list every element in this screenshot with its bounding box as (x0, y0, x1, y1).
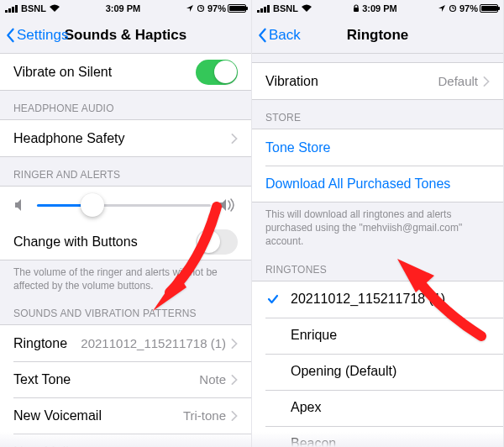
row-vibrate-silent[interactable]: Vibrate on Silent (0, 54, 251, 90)
svg-rect-9 (257, 10, 260, 13)
nav-bar: Settings Sounds & Haptics (0, 17, 251, 54)
chevron-right-icon (483, 76, 490, 87)
location-icon (438, 4, 446, 13)
footer-ringer: The volume of the ringer and alerts will… (0, 260, 251, 296)
checkmark-icon (265, 293, 281, 305)
nav-bar: Back Ringtone (252, 17, 503, 54)
row-text-tone[interactable]: Text ToneNote (0, 361, 251, 397)
ringtone-item[interactable]: Opening (Default) (252, 354, 503, 390)
nav-title: Sounds & Haptics (65, 27, 186, 44)
row-download-all[interactable]: Download All Purchased Tones (252, 166, 503, 202)
chevron-right-icon (231, 411, 238, 421)
svg-rect-0 (5, 10, 8, 13)
footer-store: This will download all ringtones and ale… (252, 202, 503, 252)
svg-rect-2 (12, 7, 14, 13)
row-tone-store[interactable]: Tone Store (252, 129, 503, 166)
svg-marker-4 (186, 5, 193, 12)
status-bar: BSNL 3:09 PM 97% (252, 0, 503, 17)
phone-ringtone: BSNL 3:09 PM 97% Back Ringtone Vibration… (252, 0, 504, 447)
header-ringer-alerts: RINGER AND ALERTS (0, 157, 251, 186)
volume-slider-row (0, 187, 251, 224)
phone-sounds-haptics: BSNL 3:09 PM 97% Settings Sounds & Hapti… (0, 0, 252, 447)
ringtone-item[interactable]: Enrique (252, 318, 503, 354)
status-bar: BSNL 3:09 PM 97% (0, 0, 251, 17)
toggle-vibrate-silent[interactable] (196, 60, 238, 85)
back-button[interactable]: Back (257, 27, 301, 44)
row-new-voicemail[interactable]: New VoicemailTri-tone (0, 397, 251, 434)
content: Vibration Default STORE Tone Store Downl… (252, 54, 503, 447)
header-ringtones: RINGTONES (252, 252, 503, 281)
nav-title: Ringtone (347, 27, 409, 44)
svg-marker-14 (438, 5, 445, 12)
chevron-left-icon (257, 28, 267, 43)
ringtone-item[interactable]: 20211012_115211718 (1) (252, 281, 503, 318)
content: Vibrate on Silent HEADPHONE AUDIO Headph… (0, 54, 251, 447)
back-button[interactable]: Settings (5, 27, 68, 44)
battery-icon (480, 4, 498, 13)
lock-icon (353, 4, 360, 13)
volume-slider[interactable] (37, 193, 211, 217)
chevron-right-icon (231, 134, 238, 144)
svg-rect-13 (354, 8, 359, 12)
svg-rect-10 (260, 8, 263, 13)
alarm-icon (449, 4, 457, 13)
wifi-icon (301, 4, 312, 13)
chevron-right-icon (231, 339, 238, 349)
row-headphone-safety[interactable]: Headphone Safety (0, 120, 251, 156)
signal-icon (5, 4, 18, 13)
header-headphone-audio: HEADPHONE AUDIO (0, 91, 251, 119)
header-store: STORE (252, 100, 503, 129)
battery-pct: 97% (207, 3, 226, 13)
svg-rect-1 (8, 8, 11, 13)
carrier: BSNL (21, 3, 46, 13)
row-ringtone[interactable]: Ringtone20211012_115211718 (1) (0, 325, 251, 361)
svg-rect-3 (15, 5, 18, 13)
svg-rect-12 (267, 5, 270, 13)
location-icon (186, 4, 194, 13)
battery-icon (228, 4, 246, 13)
toggle-change-with-buttons[interactable] (196, 229, 238, 255)
svg-rect-11 (264, 7, 266, 13)
alarm-icon (197, 4, 205, 13)
header-sounds-patterns: SOUNDS AND VIBRATION PATTERNS (0, 296, 251, 324)
row-vibration[interactable]: Vibration Default (252, 63, 503, 99)
chevron-right-icon (231, 375, 238, 385)
clock: 3:09 PM (362, 3, 397, 13)
row-change-with-buttons[interactable]: Change with Buttons (0, 224, 251, 260)
chevron-left-icon (5, 28, 15, 43)
speaker-high-icon (219, 198, 238, 212)
wifi-icon (49, 4, 60, 13)
clock: 3:09 PM (106, 3, 141, 13)
speaker-low-icon (13, 198, 29, 212)
carrier: BSNL (273, 3, 298, 13)
ringtone-item[interactable]: Apex (252, 390, 503, 426)
battery-pct: 97% (459, 3, 478, 13)
signal-icon (257, 4, 270, 13)
